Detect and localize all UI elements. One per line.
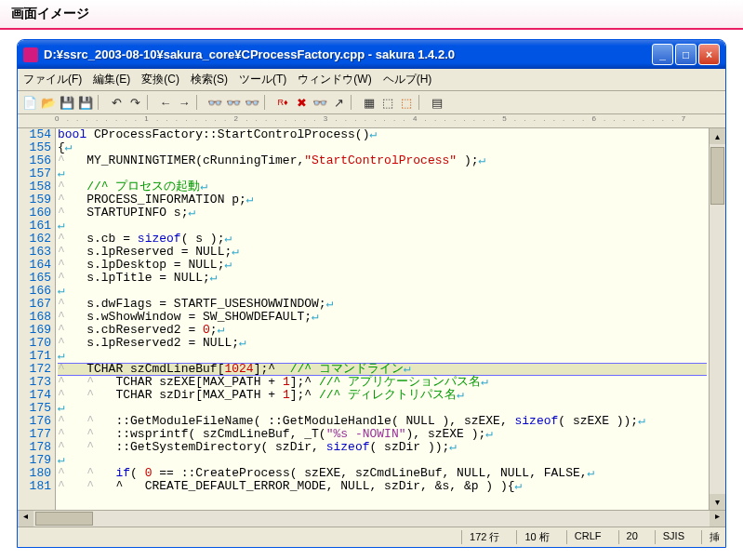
line-gutter: 154 155 156 157 158 159 160 161 162 163 … — [18, 128, 56, 510]
menu-file[interactable]: ファイル(F) — [23, 72, 82, 87]
cancel-icon[interactable]: ✖ — [293, 94, 310, 111]
scroll-thumb[interactable] — [710, 147, 724, 205]
app-icon — [23, 47, 38, 62]
open-icon[interactable]: 📂 — [40, 94, 57, 111]
menu-search[interactable]: 検索(S) — [191, 72, 228, 87]
horizontal-scrollbar[interactable]: ◂ ▸ — [18, 510, 725, 527]
type-icon[interactable]: ⬚ — [379, 94, 396, 111]
menu-help[interactable]: ヘルプ(H) — [383, 72, 432, 87]
separator — [264, 95, 271, 110]
undo-icon[interactable]: ↶ — [108, 94, 125, 111]
setting-icon[interactable]: ⬚ — [398, 94, 415, 111]
minimize-button[interactable]: _ — [652, 44, 673, 65]
menu-window[interactable]: ウィンドウ(W) — [298, 72, 371, 87]
status-insert-mode: 挿 — [701, 530, 720, 544]
outline-icon[interactable]: ▦ — [361, 94, 378, 111]
scroll-thumb-h[interactable] — [35, 512, 93, 526]
find-icon[interactable]: 👓 — [206, 94, 223, 111]
scroll-up-icon[interactable]: ▴ — [710, 128, 725, 144]
save-icon[interactable]: 💾 — [59, 94, 75, 111]
status-line: 172 行 — [461, 530, 499, 544]
maximize-button[interactable]: □ — [675, 44, 697, 65]
status-eol: CRLF — [566, 530, 602, 544]
menu-convert[interactable]: 変換(C) — [141, 72, 179, 87]
redo-icon[interactable]: ↷ — [126, 94, 143, 111]
ruler: 0 . . . . . . . . 1 . . . . . . . . 2 . … — [18, 114, 725, 128]
status-col: 10 桁 — [516, 530, 549, 544]
jump-icon[interactable]: ↗ — [330, 94, 347, 111]
toolbar: 📄 📂 💾 💾 ↶ ↷ ← → 👓 👓 👓 R♦ ✖ 👓 ↗ ▦ ⬚ ⬚ ▤ — [18, 91, 725, 114]
windows-icon[interactable]: ▤ — [429, 94, 445, 111]
scroll-right-icon[interactable]: ▸ — [710, 511, 725, 527]
menu-edit[interactable]: 編集(E) — [93, 72, 130, 87]
editor[interactable]: 154 155 156 157 158 159 160 161 162 163 … — [18, 128, 725, 510]
separator — [98, 95, 104, 110]
page-heading: 画面イメージ — [0, 0, 743, 30]
separator — [351, 95, 357, 110]
close-button[interactable]: × — [698, 44, 720, 65]
find-prev-icon[interactable]: 👓 — [244, 94, 260, 111]
titlebar: D:¥ssrc_2003-08-10¥sakura_core¥CProcessF… — [18, 40, 725, 69]
replace-icon[interactable]: R♦ — [274, 94, 291, 111]
app-window: D:¥ssrc_2003-08-10¥sakura_core¥CProcessF… — [17, 39, 726, 548]
new-icon[interactable]: 📄 — [21, 94, 38, 111]
status-encoding: SJIS — [655, 530, 684, 544]
find-next-icon[interactable]: 👓 — [225, 94, 242, 111]
nav-back-icon[interactable]: ← — [157, 94, 174, 111]
separator — [418, 95, 425, 110]
vertical-scrollbar[interactable]: ▴ ▾ — [709, 128, 725, 510]
scroll-left-icon[interactable]: ◂ — [18, 511, 33, 527]
scroll-down-icon[interactable]: ▾ — [710, 494, 725, 510]
window-title: D:¥ssrc_2003-08-10¥sakura_core¥CProcessF… — [44, 47, 652, 61]
separator — [196, 95, 203, 110]
menubar: ファイル(F) 編集(E) 変換(C) 検索(S) ツール(T) ウィンドウ(W… — [18, 69, 725, 91]
statusbar: 172 行 10 桁 CRLF 20 SJIS 挿 — [18, 527, 725, 547]
separator — [147, 95, 153, 110]
menu-tool[interactable]: ツール(T) — [239, 72, 286, 87]
find-refresh-icon[interactable]: 👓 — [312, 94, 328, 111]
nav-forward-icon[interactable]: → — [176, 94, 192, 111]
status-charcode: 20 — [618, 530, 638, 544]
save-all-icon[interactable]: 💾 — [77, 94, 94, 111]
code-area[interactable]: bool CProcessFactory::StartControlProces… — [56, 128, 709, 510]
